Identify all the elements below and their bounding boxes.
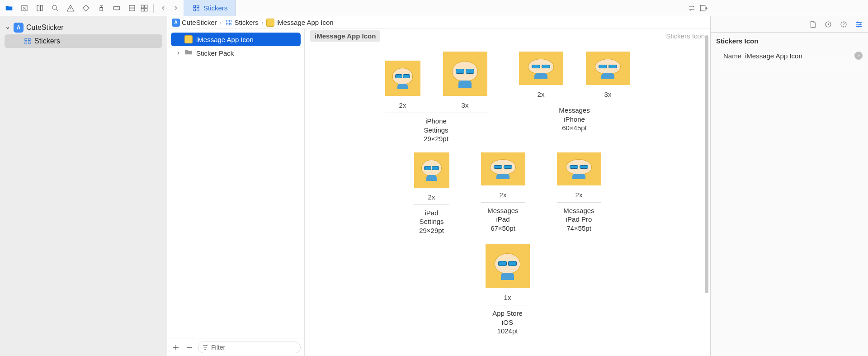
svg-rect-8: [145, 5, 147, 8]
nav-forward-button[interactable]: [171, 3, 181, 13]
spray-icon[interactable]: [97, 4, 106, 13]
scale-label: 1x: [504, 294, 511, 301]
add-button[interactable]: [171, 342, 181, 352]
assets-icon: [24, 37, 32, 45]
close-box-icon[interactable]: [20, 4, 29, 13]
tree-row-stickers[interactable]: Stickers: [5, 34, 162, 48]
breadcrumb-item-project[interactable]: CuteSticker: [172, 19, 217, 27]
svg-rect-22: [226, 23, 228, 25]
tree-row-project[interactable]: CuteSticker: [0, 21, 167, 34]
folder-icon[interactable]: [5, 4, 14, 13]
scale-label: 2x: [538, 90, 545, 98]
diamond-icon[interactable]: [81, 4, 90, 13]
list-icon[interactable]: [127, 4, 137, 13]
inspector-tab-bar: [711, 16, 868, 33]
icon-group-label: MessagesiPad67×50pt: [487, 206, 518, 233]
icon-group-label: MessagesiPad Pro74×55pt: [563, 206, 594, 233]
remove-button[interactable]: [184, 342, 194, 352]
icon-slot[interactable]: 3x: [586, 52, 630, 98]
attributes-inspector-icon[interactable]: [854, 20, 863, 29]
assets-icon: [192, 4, 201, 13]
icon-slot[interactable]: 2x: [481, 152, 525, 199]
asset-canvas[interactable]: iMessage App Icon Stickers Icon 2x3xiPho…: [305, 29, 710, 356]
breadcrumb-item-assets[interactable]: Stickers: [225, 19, 259, 27]
help-inspector-icon[interactable]: [839, 20, 848, 29]
svg-rect-4: [100, 7, 103, 11]
toolbar-center-group: Stickers: [140, 0, 708, 16]
icon-thumbnail[interactable]: [481, 152, 525, 185]
project-tree: CuteSticker Stickers: [0, 16, 167, 356]
filter-input[interactable]: [211, 344, 297, 351]
app-icon: [14, 23, 24, 33]
icon-slot[interactable]: 1x: [486, 244, 530, 301]
swap-icon[interactable]: [687, 4, 696, 13]
tree-label-project: CuteSticker: [26, 24, 64, 32]
svg-rect-14: [197, 9, 199, 11]
app-icon: [172, 19, 180, 27]
inspector-section-title: Stickers Icon: [716, 37, 863, 45]
scale-label: 3x: [604, 90, 612, 98]
icon-slot[interactable]: 2x: [519, 52, 563, 98]
asset-outline-footer: [167, 338, 304, 356]
icon-thumbnail[interactable]: [519, 52, 563, 85]
nav-back-button[interactable]: [158, 3, 168, 13]
asset-row-sticker-pack[interactable]: Sticker Pack: [171, 46, 301, 60]
inspector-name-row: Name iMessage App Icon: [716, 50, 863, 64]
chevron-right-icon[interactable]: [175, 51, 181, 55]
chevron-down-icon[interactable]: [5, 24, 11, 32]
svg-rect-1: [37, 5, 39, 11]
icon-thumbnail[interactable]: [586, 52, 630, 85]
layout-grid-icon[interactable]: [140, 4, 149, 13]
icon-thumbnail[interactable]: [486, 244, 530, 288]
svg-point-27: [857, 22, 859, 23]
icon-group: 1xApp StoreiOS1024pt: [486, 244, 530, 336]
breadcrumb-item-asset[interactable]: iMessage App Icon: [266, 19, 334, 27]
add-panel-icon[interactable]: [699, 4, 708, 13]
filter-field[interactable]: [198, 342, 301, 353]
icon-thumbnail[interactable]: [385, 61, 420, 96]
inspector-name-label: Name: [716, 52, 741, 60]
icon-thumbnail[interactable]: [557, 152, 601, 185]
asset-outline: iMessage App Icon Sticker Pack: [167, 29, 305, 356]
stickers-icon: [266, 19, 274, 27]
search-icon[interactable]: [51, 4, 60, 13]
warning-icon[interactable]: [66, 4, 75, 13]
inspector-panel: Stickers Icon Name iMessage App Icon: [711, 16, 868, 356]
icon-group: 2xMessagesiPad Pro74×55pt: [557, 152, 601, 235]
history-inspector-icon[interactable]: [824, 20, 833, 29]
svg-rect-12: [197, 5, 199, 8]
scale-label: 2x: [428, 193, 435, 201]
icon-group-label: iPadSettings29×29pt: [419, 209, 444, 235]
icon-thumbnail[interactable]: [443, 52, 487, 96]
svg-rect-21: [229, 20, 231, 22]
icon-group: 2xiPadSettings29×29pt: [414, 152, 449, 235]
inspector-name-field[interactable]: iMessage App Icon: [745, 50, 851, 61]
icon-thumbnail[interactable]: [414, 152, 449, 188]
canvas-title: iMessage App Icon: [310, 30, 380, 42]
asset-row-imessage-icon[interactable]: iMessage App Icon: [171, 33, 301, 46]
separator: [153, 4, 154, 13]
icon-slot[interactable]: 2x: [414, 152, 449, 201]
icon-group-label: MessagesiPhone60×45pt: [559, 106, 590, 133]
icon-group-label: iPhoneSettings29×29pt: [424, 117, 448, 143]
asset-row-label: iMessage App Icon: [196, 36, 254, 43]
file-inspector-icon[interactable]: [808, 20, 817, 29]
icon-group: 2xMessagesiPad67×50pt: [481, 152, 525, 235]
svg-point-3: [52, 5, 57, 9]
stickers-icon: [184, 35, 193, 43]
icon-slot[interactable]: 3x: [443, 52, 487, 109]
editor-tab-stickers[interactable]: Stickers: [184, 0, 236, 16]
scale-label: 3x: [462, 101, 469, 109]
icon-slot[interactable]: 2x: [385, 61, 420, 109]
scrollbar[interactable]: [705, 35, 708, 293]
editor-area: CuteSticker › Stickers › iMessage App Ic…: [167, 16, 711, 356]
folder-icon: [184, 49, 193, 57]
assets-icon: [225, 19, 233, 27]
icon-slot[interactable]: 2x: [557, 152, 601, 199]
ruler-icon[interactable]: [35, 4, 44, 13]
toolbar-left-group: [3, 4, 140, 13]
svg-rect-5: [113, 6, 120, 10]
editor-tab-label: Stickers: [203, 4, 227, 12]
go-arrow-icon[interactable]: [854, 52, 863, 60]
rectangle-icon[interactable]: [112, 4, 121, 13]
